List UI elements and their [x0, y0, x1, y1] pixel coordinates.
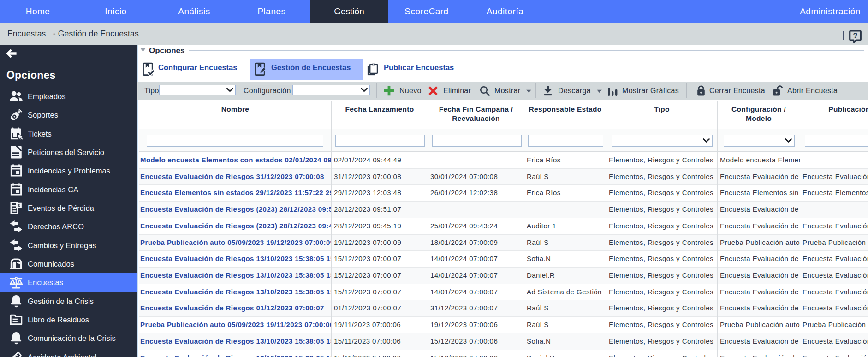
svg-text:?: ? — [853, 32, 858, 40]
